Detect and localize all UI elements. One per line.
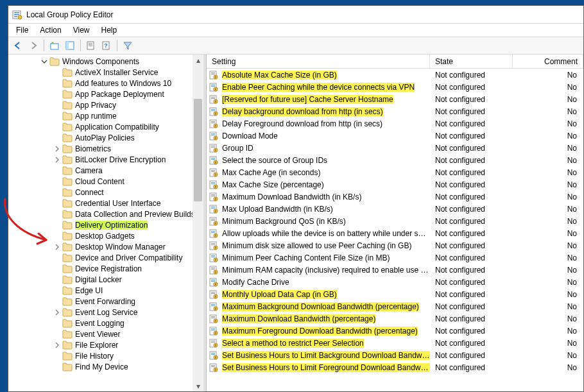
tree-item[interactable]: Desktop Window Manager xyxy=(8,241,199,252)
tree-item[interactable]: AutoPlay Policies xyxy=(8,132,199,143)
setting-name: Minimum Peer Caching Content File Size (… xyxy=(222,253,390,262)
scroll-up-icon[interactable]: ▴ xyxy=(193,55,203,65)
tree-item[interactable]: Connect xyxy=(8,187,199,198)
menu-action[interactable]: Action xyxy=(35,25,66,35)
tree-label: Edge UI xyxy=(75,286,103,295)
list-row[interactable]: Modify Cache DriveNot configuredNo xyxy=(207,276,583,288)
tree-item[interactable]: Delivery Optimization xyxy=(8,219,199,230)
menu-view[interactable]: View xyxy=(68,25,95,35)
list-row[interactable]: Select a method to restrict Peer Selecti… xyxy=(207,337,583,349)
folder-icon xyxy=(62,221,73,230)
tree-item[interactable]: Credential User Interface xyxy=(8,198,199,209)
list-row[interactable]: Maximum Foreground Download Bandwidth (p… xyxy=(207,325,583,337)
setting-state: Not configured xyxy=(430,95,513,104)
list-row[interactable]: Minimum Background QoS (in KB/s)Not conf… xyxy=(207,215,583,227)
tree-item[interactable]: Application Compatibility xyxy=(8,121,199,132)
setting-state: Not configured xyxy=(430,314,513,323)
tree-label: App runtime xyxy=(75,112,117,121)
help-button[interactable]: ? xyxy=(99,38,114,53)
tree-item[interactable]: App runtime xyxy=(8,110,199,121)
list-row[interactable]: Absolute Max Cache Size (in GB)Not confi… xyxy=(207,69,583,81)
expand-icon[interactable] xyxy=(53,156,61,164)
folder-icon xyxy=(62,308,73,317)
tree-item[interactable]: Event Logging xyxy=(8,318,199,328)
expand-icon[interactable] xyxy=(53,341,61,349)
tree-item[interactable]: Add features to Windows 10 xyxy=(8,78,199,89)
expand-icon[interactable] xyxy=(40,58,48,65)
list-row[interactable]: Minimum Peer Caching Content File Size (… xyxy=(207,251,583,264)
tree-item[interactable]: File Explorer xyxy=(8,339,199,350)
tree-label: Event Viewer xyxy=(75,330,120,339)
title-text: Local Group Policy Editor xyxy=(26,10,113,19)
group-policy-window: Local Group Policy Editor File Action Vi… xyxy=(8,5,584,392)
tree-item[interactable]: Device and Driver Compatibility xyxy=(8,252,199,263)
tree-item[interactable]: Digital Locker xyxy=(8,274,199,285)
tree-item[interactable]: Device Registration xyxy=(8,263,199,274)
tree-item[interactable]: Event Log Service xyxy=(8,307,199,318)
tree-item[interactable]: Event Viewer xyxy=(8,328,199,339)
list-row[interactable]: Delay Foreground download from http (in … xyxy=(207,117,583,130)
tree-item[interactable]: ActiveX Installer Service xyxy=(8,67,199,78)
scroll-down-icon[interactable]: ▾ xyxy=(193,380,203,391)
tree-item-windows-components[interactable]: Windows Components xyxy=(8,56,199,67)
list-row[interactable]: Minimum disk size allowed to use Peer Ca… xyxy=(207,239,583,251)
list-row[interactable]: Allow uploads while the device is on bat… xyxy=(207,227,583,239)
tree-item[interactable]: Cloud Content xyxy=(8,176,199,187)
header-state[interactable]: State xyxy=(430,55,513,68)
tree-item[interactable]: App Privacy xyxy=(8,99,199,110)
list-row[interactable]: Monthly Upload Data Cap (in GB)Not confi… xyxy=(207,288,583,300)
tree-item[interactable]: Desktop Gadgets xyxy=(8,230,199,241)
titlebar[interactable]: Local Group Policy Editor xyxy=(8,6,583,24)
setting-state: Not configured xyxy=(430,205,513,214)
menu-file[interactable]: File xyxy=(11,25,33,35)
folder-icon xyxy=(62,319,73,328)
forward-button[interactable] xyxy=(26,38,40,53)
tree-item[interactable]: Event Forwarding xyxy=(8,296,199,307)
svg-rect-76 xyxy=(211,220,215,221)
header-comment[interactable]: Comment xyxy=(513,55,583,68)
tree-item[interactable]: Data Collection and Preview Builds xyxy=(8,209,199,219)
expand-icon[interactable] xyxy=(53,145,61,153)
list-row[interactable]: Select the source of Group IDsNot config… xyxy=(207,154,583,166)
expand-icon[interactable] xyxy=(53,309,61,316)
tree-item[interactable]: File History xyxy=(8,350,199,361)
list-row[interactable]: Minimum RAM capacity (inclusive) require… xyxy=(207,264,583,276)
list-row[interactable]: Enable Peer Caching while the device con… xyxy=(207,81,583,93)
list-row[interactable]: Delay background download from http (in … xyxy=(207,105,583,117)
list-row[interactable]: Set Business Hours to Limit Foreground D… xyxy=(207,361,583,373)
tree-item[interactable]: App Package Deployment xyxy=(8,89,199,99)
list-row[interactable]: Maximum Download Bandwidth (percentage)N… xyxy=(207,312,583,325)
list-row[interactable]: Download ModeNot configuredNo xyxy=(207,130,583,142)
list-row[interactable]: [Reserved for future use] Cache Server H… xyxy=(207,93,583,105)
back-button[interactable] xyxy=(11,38,25,53)
svg-rect-115 xyxy=(211,316,215,317)
list-row[interactable]: Maximum Download Bandwidth (in KB/s)Not … xyxy=(207,191,583,203)
list-row[interactable]: Max Cache Age (in seconds)Not configured… xyxy=(207,166,583,178)
tree-item[interactable]: Biometrics xyxy=(8,143,199,154)
list-body[interactable]: Absolute Max Cache Size (in GB)Not confi… xyxy=(207,69,583,391)
menu-help[interactable]: Help xyxy=(96,25,123,35)
expand-icon xyxy=(53,276,61,284)
tree-item[interactable]: Edge UI xyxy=(8,285,199,296)
list-row[interactable]: Max Upload Bandwidth (in KB/s)Not config… xyxy=(207,203,583,215)
properties-button[interactable] xyxy=(84,38,98,53)
scroll-thumb[interactable] xyxy=(194,99,202,201)
tree-label: Connect xyxy=(75,188,104,197)
list-row[interactable]: Maximum Background Download Bandwidth (p… xyxy=(207,300,583,312)
tree-item[interactable]: BitLocker Drive Encryption xyxy=(8,154,199,165)
show-hide-tree-button[interactable] xyxy=(63,38,77,53)
list-row[interactable]: Group IDNot configuredNo xyxy=(207,142,583,154)
list-row[interactable]: Set Business Hours to Limit Background D… xyxy=(207,349,583,361)
svg-rect-25 xyxy=(211,97,215,98)
tree-item[interactable]: Camera xyxy=(8,165,199,176)
up-button[interactable] xyxy=(47,38,62,53)
tree-scrollbar[interactable]: ▴ ▾ xyxy=(193,55,203,391)
tree[interactable]: Windows ComponentsActiveX Installer Serv… xyxy=(8,55,199,373)
filter-button[interactable] xyxy=(121,38,135,53)
tree-item[interactable]: Find My Device xyxy=(8,361,199,372)
expand-icon xyxy=(53,232,61,240)
header-setting[interactable]: Setting xyxy=(207,55,430,68)
expand-icon[interactable] xyxy=(53,243,61,251)
svg-rect-3 xyxy=(14,16,17,17)
list-row[interactable]: Max Cache Size (percentage)Not configure… xyxy=(207,178,583,191)
